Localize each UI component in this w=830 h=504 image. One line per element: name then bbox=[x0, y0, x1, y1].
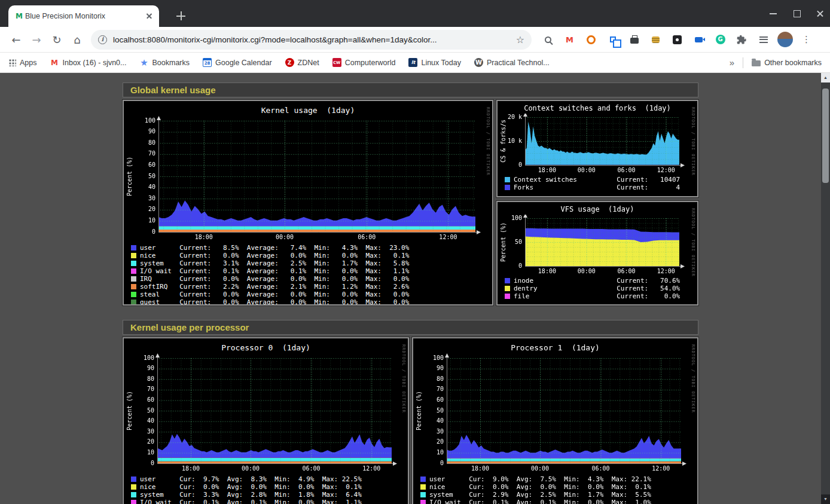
forward-button[interactable]: → bbox=[26, 33, 47, 46]
address-bar[interactable]: i localhost:8080/monitorix-cgi/monitorix… bbox=[91, 30, 532, 50]
extension-icons-row: M G ⋮ bbox=[540, 32, 814, 48]
legend-row: user Current: 8.5% Average: 7.4% Min: 4.… bbox=[131, 244, 492, 252]
section-header-global-kernel: Global kernel usage bbox=[123, 83, 698, 97]
browser-toolbar: ← → ↻ ⌂ i localhost:8080/monitorix-cgi/m… bbox=[0, 27, 830, 53]
bookmark-bookmarks[interactable]: ★Bookmarks bbox=[140, 58, 190, 67]
back-button[interactable]: ← bbox=[6, 33, 26, 46]
gmail-icon[interactable]: M bbox=[562, 32, 578, 48]
tab-title: Blue Precision Monitorix bbox=[25, 12, 145, 20]
kernel-usage-legend: user Current: 8.5% Average: 7.4% Min: 4.… bbox=[124, 244, 492, 306]
processor-1-legend: user Cur: 9.0% Avg: 7.5% Min: 4.3% Max: … bbox=[413, 475, 697, 504]
window-minimize-button[interactable] bbox=[770, 10, 777, 17]
stack-icon[interactable] bbox=[648, 32, 664, 48]
legend-row: file Current: 0.0% bbox=[505, 292, 697, 300]
legend-swatch bbox=[131, 476, 136, 482]
tab-close-icon[interactable] bbox=[145, 11, 154, 21]
window-maximize-button[interactable] bbox=[793, 10, 801, 17]
legend-row: system Cur: 3.3% Avg: 2.8% Min: 1.8% Max… bbox=[131, 491, 408, 499]
processor-1-panel: Processor 1 (1day) RRDTOOL / TOBI OETIKE… bbox=[412, 337, 698, 504]
bookmarks-divider bbox=[743, 57, 743, 68]
chart-title: Context switches and forks (1day) bbox=[498, 101, 697, 112]
legend-swatch bbox=[420, 476, 426, 482]
bookmark-google-calendar[interactable]: 28Google Calendar bbox=[203, 58, 272, 67]
scroll-up-button[interactable]: ▲ bbox=[821, 73, 830, 83]
camera-icon[interactable] bbox=[691, 32, 707, 48]
search-icon[interactable] bbox=[540, 32, 556, 48]
legend-swatch bbox=[505, 286, 510, 291]
bookmark-computerworld[interactable]: CWComputerworld bbox=[332, 58, 396, 67]
copy-pages-icon[interactable] bbox=[605, 32, 621, 48]
legend-swatch bbox=[131, 300, 136, 305]
legend-row: dentry Current: 54.0% bbox=[505, 285, 697, 292]
window-controls bbox=[770, 0, 824, 27]
legend-row: nice Cur: 0.0% Avg: 0.0% Min: 0.0% Max: … bbox=[131, 483, 408, 491]
context-switches-chart bbox=[498, 114, 692, 173]
window-close-button[interactable] bbox=[816, 10, 824, 17]
section-header-kernel-per-processor: Kernel usage per processor bbox=[123, 320, 698, 335]
circle-ext-icon[interactable] bbox=[583, 32, 599, 48]
scroll-down-button[interactable]: ▼ bbox=[821, 494, 830, 504]
rrdtool-watermark: RRDTOOL / TOBI OETIKER bbox=[691, 107, 695, 176]
legend-row: system Cur: 2.9% Avg: 2.5% Min: 1.7% Max… bbox=[420, 491, 697, 499]
bookmark-practical-technology[interactable]: WPractical Technol... bbox=[474, 58, 550, 67]
page-scrollbar[interactable]: ▲ ▼ bbox=[821, 73, 830, 504]
legend-row: IRQ Current: 0.0% Average: 0.0% Min: 0.0… bbox=[131, 275, 492, 283]
bookmark-zdnet[interactable]: ZZDNet bbox=[285, 58, 319, 67]
rrdtool-watermark: RRDTOOL / TOBI OETIKER bbox=[691, 344, 695, 413]
extensions-puzzle-icon[interactable] bbox=[734, 32, 750, 48]
legend-row: user Cur: 9.0% Avg: 7.5% Min: 4.3% Max: … bbox=[420, 475, 697, 483]
legend-row: system Current: 3.1% Average: 2.5% Min: … bbox=[131, 259, 492, 267]
legend-row: I/O wait Current: 0.1% Average: 0.1% Min… bbox=[131, 267, 492, 275]
legend-row: softIRQ Current: 2.2% Average: 2.1% Min:… bbox=[131, 283, 492, 291]
gmail-bookmark-icon: M bbox=[50, 58, 59, 67]
legend-row: nice Current: 0.0% Average: 0.0% Min: 0.… bbox=[131, 252, 492, 259]
new-tab-button[interactable] bbox=[175, 10, 188, 23]
legend-row: steal Current: 0.0% Average: 0.0% Min: 0… bbox=[131, 291, 492, 298]
legend-swatch bbox=[131, 245, 136, 251]
legend-swatch bbox=[131, 484, 136, 490]
legend-row: I/O wait Cur: 0.1% Avg: 0.1% Min: 0.0% M… bbox=[131, 499, 408, 504]
scrollbar-thumb[interactable] bbox=[822, 88, 829, 183]
chart-title: Processor 0 (1day) bbox=[124, 338, 408, 352]
wordpress-icon: W bbox=[474, 58, 483, 67]
bookmark-star-icon[interactable]: ☆ bbox=[516, 34, 524, 45]
apps-grid-icon bbox=[8, 59, 16, 66]
page-content: Global kernel usage Kernel usage (1day) … bbox=[0, 73, 830, 504]
chart-title: VFS usage (1day) bbox=[498, 202, 697, 213]
context-switches-panel: Context switches and forks (1day) RRDTOO… bbox=[496, 100, 698, 197]
rrdtool-watermark: RRDTOOL / TOBI OETIKER bbox=[691, 208, 695, 277]
briefcase-icon[interactable] bbox=[626, 32, 642, 48]
processor-0-legend: user Cur: 9.7% Avg: 8.3% Min: 4.9% Max: … bbox=[124, 475, 408, 504]
legend-swatch bbox=[505, 177, 510, 182]
menu-kebab-icon[interactable]: ⋮ bbox=[798, 32, 814, 48]
vfs-usage-legend: inode Current: 70.6%dentry Current: 54.0… bbox=[498, 277, 697, 300]
legend-swatch bbox=[131, 500, 136, 504]
legend-swatch bbox=[131, 261, 136, 266]
home-button[interactable]: ⌂ bbox=[67, 33, 87, 46]
rrdtool-watermark: RRDTOOL / TOBI OETIKER bbox=[401, 344, 406, 413]
processor-1-chart bbox=[413, 353, 694, 473]
folder-icon bbox=[752, 60, 761, 66]
legend-row: inode Current: 70.6% bbox=[505, 277, 697, 285]
url-text: localhost:8080/monitorix-cgi/monitorix.c… bbox=[113, 35, 511, 44]
legend-swatch bbox=[131, 268, 136, 274]
bookmark-inbox[interactable]: MInbox (16) - sjvn0... bbox=[50, 58, 127, 67]
keeper-icon[interactable] bbox=[669, 32, 685, 48]
other-bookmarks-button[interactable]: Other bookmarks bbox=[752, 59, 822, 67]
bookmark-apps[interactable]: Apps bbox=[8, 59, 37, 67]
playlist-icon[interactable] bbox=[755, 32, 771, 48]
bookmarks-bar: Apps MInbox (16) - sjvn0... ★Bookmarks 2… bbox=[0, 53, 830, 73]
profile-avatar[interactable] bbox=[777, 32, 793, 48]
vfs-usage-chart bbox=[498, 215, 692, 274]
legend-swatch bbox=[131, 284, 136, 289]
browser-window: M Blue Precision Monitorix ← → ↻ ⌂ i loc… bbox=[0, 0, 830, 504]
grammarly-icon[interactable]: G bbox=[712, 32, 728, 48]
legend-swatch bbox=[420, 492, 426, 497]
reload-button[interactable]: ↻ bbox=[47, 33, 67, 46]
browser-tab[interactable]: M Blue Precision Monitorix bbox=[8, 5, 159, 27]
computerworld-icon: CW bbox=[332, 58, 341, 67]
site-info-icon[interactable]: i bbox=[98, 35, 107, 44]
star-bookmark-icon: ★ bbox=[140, 58, 149, 67]
bookmarks-overflow-chevron[interactable]: » bbox=[730, 57, 734, 68]
bookmark-linux-today[interactable]: ltLinux Today bbox=[408, 58, 461, 67]
